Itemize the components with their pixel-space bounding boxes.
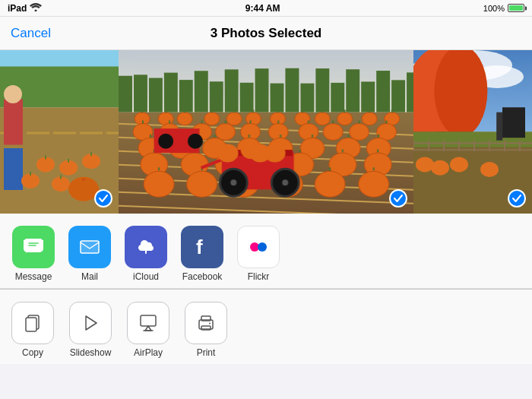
cancel-button[interactable]: Cancel [11, 26, 51, 41]
action-item-airplay[interactable]: AirPlay [123, 302, 173, 358]
status-left: iPad [8, 2, 42, 14]
flickr-icon-wrapper [237, 226, 280, 268]
svg-rect-14 [141, 315, 156, 326]
photo-item-1[interactable] [0, 50, 119, 214]
svg-text:f: f [196, 236, 203, 258]
svg-rect-12 [26, 318, 36, 331]
device-label: iPad [8, 3, 27, 14]
status-time: 9:44 AM [245, 3, 280, 14]
svg-marker-15 [145, 326, 151, 331]
share-icons-row: Message Mail i [8, 226, 524, 282]
share-item-icloud[interactable]: iCloud [120, 226, 172, 282]
share-item-flickr[interactable]: Flickr [233, 226, 284, 282]
battery-percent: 100% [483, 4, 505, 13]
message-icon-wrapper [12, 226, 55, 268]
photo-item-2[interactable] [119, 50, 414, 214]
nav-bar: Cancel 3 Photos Selected [0, 17, 532, 50]
selected-badge-1 [94, 189, 112, 207]
svg-point-0 [35, 10, 37, 12]
photos-row [0, 50, 532, 214]
airplay-icon-wrapper [127, 302, 169, 344]
airplay-label: AirPlay [134, 347, 163, 358]
action-item-copy[interactable]: Copy [8, 302, 58, 358]
status-right: 100% [483, 4, 524, 13]
copy-label: Copy [22, 347, 43, 358]
icloud-icon-wrapper [125, 226, 167, 268]
mail-icon-wrapper [68, 226, 111, 268]
slideshow-label: Slideshow [70, 347, 112, 358]
photo-canvas-2 [119, 50, 414, 214]
slideshow-icon-wrapper [69, 302, 112, 344]
actions-row: Copy Slideshow AirPlay [8, 302, 524, 358]
mail-label: Mail [81, 271, 98, 282]
share-item-mail[interactable]: Mail [64, 226, 116, 282]
facebook-label: Facebook [182, 271, 223, 282]
svg-point-10 [258, 242, 267, 252]
message-label: Message [15, 271, 52, 282]
flickr-label: Flickr [248, 271, 270, 282]
status-bar: iPad 9:44 AM 100% [0, 0, 532, 17]
nav-title: 3 Photos Selected [211, 26, 321, 41]
actions-section: Copy Slideshow AirPlay [0, 290, 532, 364]
action-item-slideshow[interactable]: Slideshow [65, 302, 116, 358]
action-item-print[interactable]: Print [181, 302, 231, 358]
svg-rect-5 [81, 241, 99, 253]
print-label: Print [197, 347, 216, 358]
share-item-message[interactable]: Message [8, 226, 59, 282]
selected-badge-3 [508, 189, 526, 207]
copy-icon-wrapper [11, 302, 54, 344]
facebook-icon-wrapper: f [181, 226, 223, 268]
battery-icon [508, 4, 524, 12]
print-icon-wrapper [185, 302, 227, 344]
wifi-icon [30, 2, 42, 14]
share-item-facebook[interactable]: f Facebook [176, 226, 228, 282]
icloud-label: iCloud [133, 271, 159, 282]
photo-item-3[interactable] [413, 50, 532, 214]
svg-rect-19 [201, 326, 211, 330]
svg-marker-13 [86, 316, 97, 330]
share-section: Message Mail i [0, 214, 532, 289]
svg-point-20 [209, 323, 211, 325]
